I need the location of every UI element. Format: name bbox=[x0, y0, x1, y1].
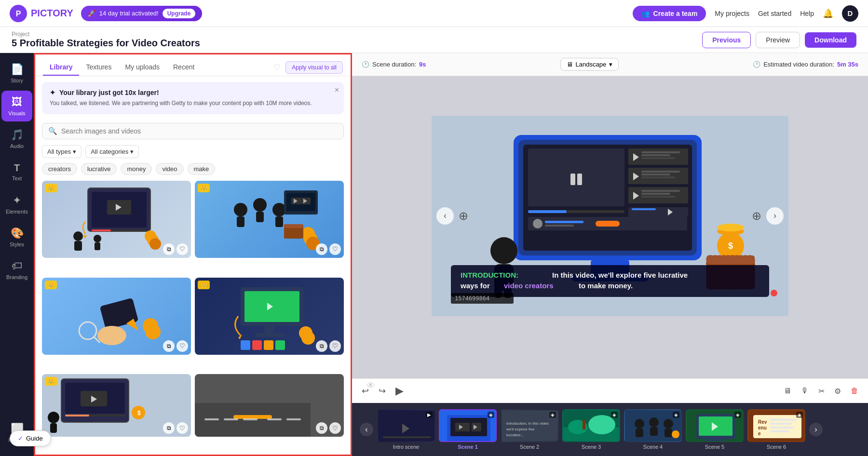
sidebar-item-styles[interactable]: 🎨 Styles bbox=[1, 222, 32, 253]
media-item[interactable]: 👑 ⧉ ♡ bbox=[195, 278, 344, 355]
get-started-link[interactable]: Get started bbox=[758, 10, 791, 17]
svg-point-144 bbox=[649, 417, 659, 427]
favorite-button[interactable]: ♡ bbox=[176, 340, 188, 352]
add-scene-right-button[interactable]: ⊕ bbox=[752, 209, 761, 223]
logo-area[interactable]: P PICTORY bbox=[10, 5, 73, 22]
settings-button[interactable]: ⚙ bbox=[832, 385, 843, 398]
sidebar-item-story[interactable]: 📄 Story bbox=[1, 58, 32, 89]
svg-point-110 bbox=[717, 224, 744, 231]
preview-button[interactable]: Preview bbox=[756, 32, 800, 48]
svg-rect-113 bbox=[451, 265, 769, 297]
favorite-button[interactable]: ♡ bbox=[329, 340, 341, 352]
banner-title: ✦ Your library just got 10x larger! bbox=[50, 89, 336, 96]
tag-creators[interactable]: creators bbox=[42, 163, 77, 175]
delete-button[interactable]: 🗑 bbox=[849, 385, 860, 397]
svg-rect-153 bbox=[711, 437, 720, 440]
favorites-icon[interactable]: ♡ bbox=[273, 62, 281, 73]
timeline-next-button[interactable]: › bbox=[809, 423, 823, 436]
help-link[interactable]: Help bbox=[800, 10, 814, 17]
upgrade-button[interactable]: Upgrade bbox=[163, 9, 196, 18]
scene-duration-value: 9s bbox=[419, 61, 426, 68]
scene-label: Scene 6 bbox=[767, 444, 786, 450]
scene-thumb-intro[interactable]: ▶ Intro scene bbox=[377, 409, 435, 450]
media-item[interactable]: 👑 ⧉ ♡ bbox=[42, 278, 191, 355]
timeline-prev-button[interactable]: ‹ bbox=[360, 423, 373, 436]
apply-visual-button[interactable]: Apply visual to all bbox=[285, 61, 343, 74]
media-item[interactable]: ⧉ ♡ bbox=[195, 374, 344, 437]
favorite-button[interactable]: ♡ bbox=[176, 243, 188, 255]
microphone-button[interactable]: 🎙 bbox=[799, 385, 811, 397]
user-avatar[interactable]: D bbox=[842, 5, 858, 22]
sidebar: 📄 Story 🖼 Visuals 🎵 Audio T Text ✦ Eleme… bbox=[0, 53, 34, 456]
svg-rect-68 bbox=[286, 418, 301, 420]
notification-icon[interactable]: 🔔 bbox=[823, 8, 833, 19]
tab-myuploads[interactable]: My uploads bbox=[118, 59, 166, 76]
my-projects-link[interactable]: My projects bbox=[715, 10, 749, 17]
sidebar-item-audio[interactable]: 🎵 Audio bbox=[1, 123, 32, 154]
copy-button[interactable]: ⧉ bbox=[316, 340, 327, 352]
svg-rect-112 bbox=[706, 255, 755, 264]
next-scene-button[interactable]: › bbox=[766, 207, 784, 225]
copy-button[interactable]: ⧉ bbox=[316, 243, 327, 255]
media-illustration-3 bbox=[59, 278, 175, 355]
close-icon[interactable]: × bbox=[335, 86, 339, 94]
play-button[interactable]: ▶ bbox=[393, 383, 406, 399]
svg-text:lucrative...: lucrative... bbox=[506, 433, 524, 437]
favorite-button[interactable]: ♡ bbox=[329, 422, 341, 434]
sidebar-item-text[interactable]: T Text bbox=[1, 156, 32, 187]
scene-thumb-s2[interactable]: introduction, in this video we'll explor… bbox=[501, 409, 558, 450]
styles-icon: 🎨 bbox=[11, 227, 24, 240]
media-illustration-2 bbox=[212, 181, 327, 258]
landscape-select[interactable]: 🖥 Landscape ▾ bbox=[560, 58, 619, 71]
download-button[interactable]: Download bbox=[805, 32, 856, 48]
tag-money[interactable]: money bbox=[121, 163, 152, 175]
svg-text:$: $ bbox=[137, 410, 141, 416]
scene-icon: ◈ bbox=[734, 412, 741, 418]
media-item[interactable]: $ 👑 ⧉ ♡ bbox=[42, 374, 191, 437]
media-item[interactable]: 👑 ⧉ ♡ bbox=[42, 181, 191, 258]
scene-label: Scene 2 bbox=[520, 444, 539, 450]
favorite-button[interactable]: ♡ bbox=[329, 243, 341, 255]
tag-lucrative[interactable]: lucrative bbox=[81, 163, 117, 175]
svg-rect-99 bbox=[632, 208, 656, 210]
tag-make[interactable]: make bbox=[188, 163, 216, 175]
tag-video[interactable]: video bbox=[156, 163, 183, 175]
sidebar-item-visuals[interactable]: 🖼 Visuals bbox=[1, 91, 32, 121]
copy-button[interactable]: ⧉ bbox=[163, 340, 175, 352]
favorite-button[interactable]: ♡ bbox=[176, 422, 188, 434]
tab-textures[interactable]: Textures bbox=[79, 59, 118, 76]
scene-thumb-s6[interactable]: Rev enu e ◈ Scene 6 bbox=[747, 409, 805, 450]
svg-point-142 bbox=[635, 419, 644, 429]
previous-button[interactable]: Previous bbox=[702, 32, 751, 48]
search-input[interactable] bbox=[61, 127, 338, 135]
right-content: 🕐 Scene duration: 9s 🖥 Landscape ▾ 🕐 Est… bbox=[352, 53, 868, 456]
category-filter[interactable]: All categories ▾ bbox=[85, 145, 139, 158]
redo-button[interactable]: ↪ bbox=[377, 384, 388, 398]
sidebar-item-elements[interactable]: ✦ Elements bbox=[1, 189, 32, 220]
guide-button[interactable]: ✓ Guide bbox=[10, 430, 51, 446]
copy-button[interactable]: ⧉ bbox=[316, 422, 327, 434]
trial-badge: 🚀 14 day trial activated! Upgrade bbox=[81, 6, 203, 21]
tab-library[interactable]: Library bbox=[43, 59, 79, 76]
scene-thumb-s4[interactable]: ◈ Scene 4 bbox=[624, 409, 682, 450]
tab-recent[interactable]: Recent bbox=[166, 59, 201, 76]
scene-thumb-image: ◈ bbox=[562, 409, 620, 442]
caption-button[interactable]: 🖥 bbox=[782, 385, 793, 397]
copy-button[interactable]: ⧉ bbox=[163, 422, 175, 434]
add-scene-left-button[interactable]: ⊕ bbox=[459, 209, 468, 223]
scene-thumb-s1[interactable]: ◈ Scene 1 bbox=[439, 409, 497, 450]
scene-thumb-s5[interactable]: ◈ Scene 5 bbox=[686, 409, 744, 450]
media-item[interactable]: 👑 ⧉ ♡ bbox=[195, 181, 344, 258]
scene-thumb-s3[interactable]: ◈ Scene 3 bbox=[562, 409, 620, 450]
project-label: Project bbox=[12, 31, 200, 38]
scissors-button[interactable]: ✂ bbox=[816, 385, 827, 398]
svg-rect-11 bbox=[95, 242, 100, 250]
type-filter[interactable]: All types ▾ bbox=[42, 145, 81, 158]
sidebar-item-branding[interactable]: 🏷 Branding bbox=[1, 255, 32, 285]
prev-scene-button[interactable]: ‹ bbox=[436, 207, 454, 225]
svg-rect-59 bbox=[50, 423, 57, 433]
copy-button[interactable]: ⧉ bbox=[163, 243, 175, 255]
create-team-button[interactable]: 👥 Create a team bbox=[633, 6, 706, 21]
sidebar-item-label: Elements bbox=[6, 209, 28, 215]
screen-icon: 🖥 bbox=[567, 61, 573, 68]
